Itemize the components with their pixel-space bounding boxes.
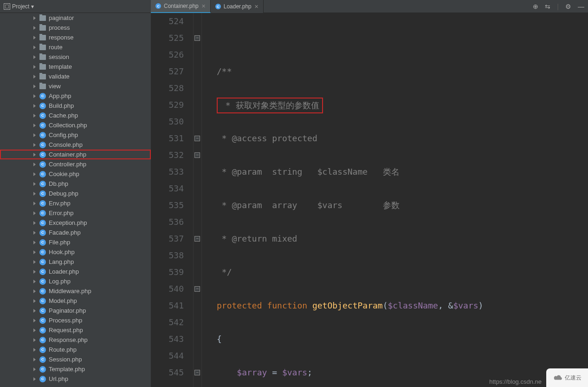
tree-file[interactable]: Cookie.php xyxy=(0,169,151,179)
tree-file[interactable]: Build.php xyxy=(0,101,151,111)
expand-icon[interactable] xyxy=(33,367,36,371)
expand-icon[interactable] xyxy=(33,143,36,147)
tree-folder[interactable]: template xyxy=(0,62,151,72)
expand-icon[interactable] xyxy=(33,299,36,303)
expand-icon[interactable] xyxy=(33,309,36,313)
tree-file[interactable]: Model.php xyxy=(0,296,151,306)
tree-file[interactable]: Route.php xyxy=(0,345,151,354)
tree-file[interactable]: Controller.php xyxy=(0,159,151,169)
tree-file[interactable]: Middleware.php xyxy=(0,286,151,296)
tree-file[interactable]: File.php xyxy=(0,237,151,247)
close-icon[interactable]: ✕ xyxy=(254,4,258,10)
expand-icon[interactable] xyxy=(33,36,36,39)
expand-icon[interactable] xyxy=(33,250,36,254)
tree-file[interactable]: Paginator.php xyxy=(0,306,151,315)
tree-folder[interactable]: validate xyxy=(0,72,151,81)
expand-icon[interactable] xyxy=(33,270,36,274)
expand-icon[interactable] xyxy=(33,55,36,59)
expand-icon[interactable] xyxy=(33,328,36,332)
tree-file[interactable]: Facade.php xyxy=(0,228,151,237)
tab-container-php[interactable]: Container.php ✕ xyxy=(151,0,211,13)
tree-folder[interactable]: view xyxy=(0,81,151,91)
fold-marker[interactable] xyxy=(194,35,200,41)
expand-icon[interactable] xyxy=(33,114,36,118)
expand-icon[interactable] xyxy=(33,260,36,264)
expand-icon[interactable] xyxy=(33,65,36,69)
expand-icon[interactable] xyxy=(33,202,36,205)
expand-icon[interactable] xyxy=(33,26,36,30)
expand-icon[interactable] xyxy=(33,85,36,88)
expand-icon[interactable] xyxy=(33,94,36,98)
expand-icon[interactable] xyxy=(33,124,36,127)
tree-file[interactable]: Lang.php xyxy=(0,257,151,267)
tree-file[interactable]: Error.php xyxy=(0,208,151,218)
project-tree[interactable]: paginatorprocessresponseroutesessiontemp… xyxy=(0,13,151,387)
tree-file[interactable]: Loader.php xyxy=(0,267,151,276)
expand-icon[interactable] xyxy=(33,319,36,322)
fold-marker[interactable] xyxy=(194,286,200,292)
tree-file[interactable]: Db.php xyxy=(0,179,151,189)
tree-file[interactable]: Log.php xyxy=(0,276,151,286)
tree-file[interactable]: Config.php xyxy=(0,130,151,140)
tree-file[interactable]: Request.php xyxy=(0,325,151,335)
expand-icon[interactable] xyxy=(33,182,36,186)
line-number: 533 xyxy=(151,164,184,180)
target-icon[interactable]: ⊕ xyxy=(533,3,538,10)
tree-file[interactable]: Hook.php xyxy=(0,247,151,257)
tree-file[interactable]: Cache.php xyxy=(0,111,151,120)
expand-icon[interactable] xyxy=(33,289,36,293)
line-number: 537 xyxy=(151,230,184,247)
expand-icon[interactable] xyxy=(33,153,36,157)
expand-icon[interactable] xyxy=(33,133,36,137)
expand-icon[interactable] xyxy=(33,192,36,196)
fold-marker[interactable] xyxy=(194,136,200,141)
tree-folder[interactable]: session xyxy=(0,52,151,62)
tree-folder[interactable]: response xyxy=(0,33,151,42)
expand-icon[interactable] xyxy=(33,172,36,176)
tree-folder[interactable]: route xyxy=(0,42,151,52)
tree-file[interactable]: Env.php xyxy=(0,198,151,208)
project-selector[interactable]: Project ▾ xyxy=(0,3,38,10)
tree-file[interactable]: Exception.php xyxy=(0,218,151,228)
file-name: Model.php xyxy=(49,297,77,304)
tree-file[interactable]: Container.php xyxy=(0,150,151,159)
tree-file[interactable]: Process.php xyxy=(0,315,151,325)
folder-icon xyxy=(39,64,46,70)
fold-marker[interactable] xyxy=(194,370,200,375)
expand-icon[interactable] xyxy=(33,211,36,215)
expand-icon[interactable] xyxy=(33,338,36,342)
expand-icon[interactable] xyxy=(33,280,36,283)
collapse-icon[interactable]: ⇆ xyxy=(545,3,550,10)
tree-folder[interactable]: process xyxy=(0,23,151,33)
expand-icon[interactable] xyxy=(33,358,36,361)
tree-file[interactable]: App.php xyxy=(0,91,151,101)
gear-icon[interactable]: ⚙ xyxy=(565,3,571,10)
expand-icon[interactable] xyxy=(33,104,36,108)
php-class-icon xyxy=(39,278,46,285)
expand-icon[interactable] xyxy=(33,241,36,244)
tree-file[interactable]: Console.php xyxy=(0,140,151,150)
tree-file[interactable]: Collection.php xyxy=(0,120,151,130)
minimize-icon[interactable]: — xyxy=(578,3,584,10)
code-editor[interactable]: 5245255265275285295305315325335345355365… xyxy=(151,13,588,387)
expand-icon[interactable] xyxy=(33,75,36,79)
expand-icon[interactable] xyxy=(33,221,36,225)
tab-loader-php[interactable]: Loader.php ✕ xyxy=(211,0,264,13)
fold-marker[interactable] xyxy=(194,236,200,242)
tree-file[interactable]: Template.php xyxy=(0,364,151,374)
code-area[interactable]: /** * 获取对象类型的参数值 * @access protected * @… xyxy=(202,13,588,387)
expand-icon[interactable] xyxy=(33,46,36,49)
expand-icon[interactable] xyxy=(33,231,36,235)
tree-file[interactable]: Session.php xyxy=(0,354,151,364)
close-icon[interactable]: ✕ xyxy=(201,3,206,9)
expand-icon[interactable] xyxy=(33,377,36,381)
tree-file[interactable]: Response.php xyxy=(0,335,151,345)
tree-file[interactable]: Url.php xyxy=(0,374,151,384)
expand-icon[interactable] xyxy=(33,16,36,20)
tree-folder[interactable]: paginator xyxy=(0,13,151,23)
kw: protected xyxy=(217,301,262,310)
expand-icon[interactable] xyxy=(33,348,36,352)
fold-marker[interactable] xyxy=(194,152,200,158)
expand-icon[interactable] xyxy=(33,163,36,166)
tree-file[interactable]: Debug.php xyxy=(0,189,151,198)
